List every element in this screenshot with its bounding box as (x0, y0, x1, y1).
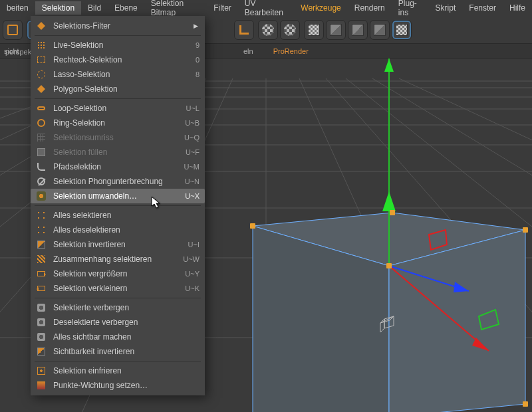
invert-icon (36, 346, 47, 357)
menu-plug-ins[interactable]: Plug-ins (392, 0, 429, 19)
menu-item-selektions-filter[interactable]: Selektions-Filter▶ (31, 19, 205, 33)
shortcut-label: U~Y (185, 270, 200, 278)
menu-item-label: Selektionsumriss (53, 133, 174, 142)
menu-item-ring-selektion[interactable]: Ring-SelektionU~B (31, 116, 205, 130)
menu-rendern[interactable]: Rendern (348, 1, 392, 15)
menu-item-label: Ring-Selektion (53, 118, 174, 128)
menu-werkzeuge[interactable]: Werkzeuge (294, 1, 347, 15)
menu-item-label: Selektion verkleinern (53, 284, 174, 293)
lasso-icon (36, 69, 47, 80)
shortcut-label: 8 (196, 70, 200, 78)
menu-item-selektion-einfrieren[interactable]: Selektion einfrieren (31, 363, 205, 378)
menu-item-deselektierte-verbergen[interactable]: Deselektierte verbergen (31, 315, 205, 330)
invert-icon (36, 239, 47, 250)
render-variant[interactable]: ProRender (273, 47, 309, 55)
loop-icon (36, 103, 47, 114)
menu-item-selektion-verkleinern[interactable]: Selektion verkleinernU~K (31, 281, 205, 296)
menu-item-selektion-invertieren[interactable]: Selektion invertierenU~I (31, 237, 205, 252)
tool-uvcube-1[interactable] (304, 20, 324, 40)
menu-item-selektion-vergr-ern[interactable]: Selektion vergrößernU~Y (31, 266, 205, 281)
ring-icon (36, 118, 47, 128)
menu-item-label: Selektion vergrößern (53, 269, 174, 278)
menu-item-label: Deselektierte verbergen (53, 318, 200, 327)
shortcut-label: U~B (185, 119, 200, 127)
menu-item-selektion-umwandeln-[interactable]: Selektion umwandeln…U~X (31, 189, 205, 203)
tool-cube-2[interactable] (348, 20, 368, 40)
menu-item-selektierte-verbergen[interactable]: Selektierte verbergen (31, 300, 205, 315)
grow-icon (36, 268, 47, 279)
menubar: beitenSelektionBildEbeneSelektion Bitmap… (0, 0, 532, 16)
menu-item-label: Selektions-Filter (53, 21, 200, 31)
menu-item-alles-deselektieren[interactable]: Alles deselektieren (31, 223, 205, 237)
hide-icon (36, 302, 47, 313)
menu-item-alles-sichtbar-machen[interactable]: Alles sichtbar machen (31, 330, 205, 344)
shortcut-label: U~Q (184, 134, 200, 142)
path-icon (36, 161, 47, 172)
secondary-right[interactable]: eln (243, 47, 253, 55)
tool-cube-3[interactable] (370, 20, 390, 40)
shortcut-label: U~I (188, 241, 200, 249)
conv-icon (36, 191, 47, 201)
menu-item-label: Alles selektieren (53, 211, 200, 220)
menu-item-polygon-selektion[interactable]: Polygon-Selektion (31, 82, 205, 96)
menu-item-zusammenhang-selektieren[interactable]: Zusammenhang selektierenU~W (31, 252, 205, 266)
menu-item-label: Sichtbarkeit invertieren (53, 347, 200, 356)
menu-bild[interactable]: Bild (81, 1, 108, 15)
menu-item-punkte-wichtung-setzen-[interactable]: Punkte-Wichtung setzen… (31, 378, 205, 393)
menu-item-alles-selektieren[interactable]: Alles selektieren (31, 208, 205, 223)
freeze-icon (36, 365, 47, 376)
shrink-icon (36, 283, 47, 294)
menu-item-label: Punkte-Wichtung setzen… (53, 381, 200, 390)
menu-item-sichtbarkeit-invertieren[interactable]: Sichtbarkeit invertieren (31, 344, 205, 359)
menu-uv-bearbeiten[interactable]: UV Bearbeiten (238, 0, 294, 19)
shortcut-label: U~W (183, 255, 200, 263)
weight-icon (36, 380, 47, 391)
connect-icon (36, 254, 47, 264)
menu-skript[interactable]: Skript (429, 1, 463, 15)
shortcut-label: U~M (184, 163, 200, 171)
menu-item-rechteck-selektion[interactable]: Rechteck-Selektion0 (31, 52, 205, 67)
dots-icon (36, 40, 47, 51)
tool-cube-1[interactable] (326, 20, 346, 40)
menu-ebene[interactable]: Ebene (108, 1, 144, 15)
shortcut-label: 0 (196, 56, 200, 64)
menu-selektion[interactable]: Selektion (35, 1, 81, 15)
no-icon (36, 176, 47, 187)
shortcut-label: U~F (186, 148, 200, 156)
menu-item-label: Alles deselektieren (53, 225, 200, 235)
menu-fenster[interactable]: Fenster (462, 1, 503, 15)
svg-marker-26 (384, 58, 394, 72)
seldots-icon (36, 225, 47, 235)
menu-item-selektion-f-llen: Selektion füllenU~F (31, 145, 205, 159)
menu-item-label: Live-Selektion (53, 41, 185, 50)
tool-angle[interactable] (234, 20, 254, 40)
menu-item-selektion-phongunterbrechung[interactable]: Selektion PhongunterbrechungU~N (31, 174, 205, 189)
menu-beiten[interactable]: beiten (0, 1, 35, 15)
menu-item-lasso-selektion[interactable]: Lasso-Selektion8 (31, 67, 205, 82)
grid-icon (36, 132, 47, 143)
tool-checker-2[interactable] (280, 20, 300, 40)
menu-item-selektionsumriss: SelektionsumrissU~Q (31, 130, 205, 145)
hide-icon (36, 332, 47, 342)
poly-icon (36, 84, 47, 94)
menu-item-label: Zusammenhang selektieren (53, 255, 172, 264)
menu-filter[interactable]: Filter (207, 1, 238, 15)
tool-cube-4[interactable] (392, 20, 412, 40)
menu-hilfe[interactable]: Hilfe (503, 1, 532, 15)
menu-item-live-selektion[interactable]: Live-Selektion9 (31, 38, 205, 52)
rect-icon (36, 54, 47, 65)
menu-item-label: Lasso-Selektion (53, 70, 185, 79)
menu-item-label: Rechteck-Selektion (53, 55, 185, 64)
menu-item-label: Selektion füllen (53, 148, 175, 157)
hide-icon (36, 317, 47, 328)
tool-checker-1[interactable] (258, 20, 278, 40)
menu-item-label: Selektion Phongunterbrechung (53, 177, 174, 186)
tool-selection-mode[interactable] (3, 20, 23, 40)
menu-item-label: Selektion umwandeln… (53, 191, 174, 201)
svg-marker-28 (382, 191, 396, 211)
menu-item-label: Alles sichtbar machen (53, 332, 200, 342)
shortcut-label: U~K (185, 284, 200, 292)
menu-item-pfadselektion[interactable]: PfadselektionU~M (31, 159, 205, 174)
menu-item-loop-selektion[interactable]: Loop-SelektionU~L (31, 101, 205, 116)
menu-item-label: Polygon-Selektion (53, 84, 200, 94)
